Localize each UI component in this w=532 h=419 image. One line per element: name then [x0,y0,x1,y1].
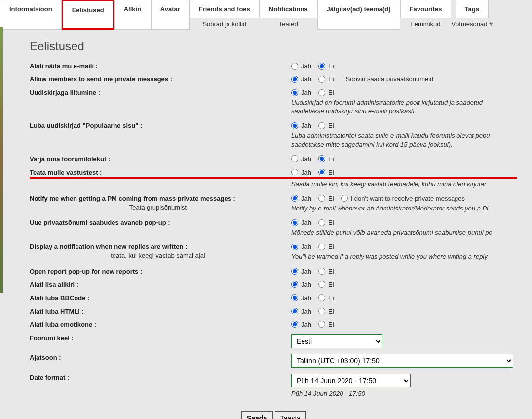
row-pm-popup: Uue privaatsõnumi saabudes avaneb pop-up… [30,219,517,237]
radio-newreply-yes[interactable] [291,244,298,250]
tab-favourites-sub: Lemmikud [411,18,441,30]
tabs-bar: Informatsioon Eelistused Allkiri Avatar … [0,0,532,30]
radio-popular-yes[interactable] [291,122,298,129]
tab-friends-foes-sub: Sõbrad ja kollid [202,18,246,30]
label-newsletter: Uudiskirjaga liitumine : [30,89,100,96]
radio-popular-no[interactable] [318,122,325,129]
radio-sig-yes[interactable] [291,281,298,288]
radio-replies-yes[interactable] [291,169,298,175]
radio-show-email-yes[interactable] [291,63,298,70]
save-button[interactable]: Saada [241,411,273,419]
radio-hide-yes[interactable] [291,155,298,162]
radio-popup-yes[interactable] [291,219,298,226]
row-new-reply-notif: Display a notification when new replies … [30,243,517,261]
radio-masspm-no[interactable] [318,195,325,202]
select-date-format[interactable]: Püh 14 Juun 2020 - 17:50 [291,374,411,387]
tab-tags-sub: Võtmesõnad # [451,18,493,30]
label-emot: Alati luba emotikone : [30,321,96,328]
label-notify-replies: Teata mulle vastustest : [30,169,102,176]
label-new-reply: Display a notification when new replies … [30,243,187,250]
allow-pm-note: Soovin saada privaatsõnumeid [346,75,434,83]
label-mass-pm-sub: Teata grupisõnumist [30,202,286,211]
radio-report-no[interactable] [318,268,325,275]
row-notify-replies: Teata mulle vastustest : Jah Ei [30,169,517,179]
row-popular: Luba uudiskirjad "Populaarne sisu" : Jah… [30,122,517,149]
select-language[interactable]: Eesti [291,334,382,348]
label-show-email: Alati näita mu e-maili : [30,62,98,70]
radio-allow-pm-yes[interactable] [291,76,298,83]
label-new-reply-sub: teata, kui keegi vastab samal ajal [30,250,286,259]
radio-allow-pm-no[interactable] [318,76,325,83]
desc-notify-replies: Saada mulle kiri, kui keegi vastab teema… [291,180,517,189]
row-attach-sig: Alati lisa allkiri : Jah Ei [30,281,517,288]
row-newsletter: Uudiskirjaga liitumine : Jah Ei Uudiskir… [30,89,517,116]
tab-signature[interactable]: Allkiri [114,0,151,30]
row-report-popup: Open report pop-up for new reports : Jah… [30,268,517,275]
label-popular: Luba uudiskirjad "Populaarne sisu" : [30,122,142,129]
label-sig: Alati lisa allkiri : [30,281,78,288]
radio-newsletter-yes[interactable] [291,89,298,96]
tab-notifications[interactable]: Notifications [260,0,317,18]
radio-show-email-no[interactable] [318,63,325,70]
label-date: Date format : [30,374,69,381]
label-bbcode: Alati luba BBCode : [30,294,89,302]
row-html: Alati luba HTMLi : Jah Ei [30,308,517,315]
radio-emot-no[interactable] [318,321,325,328]
radio-bbcode-no[interactable] [318,294,325,301]
tab-preferences[interactable]: Eelistused [62,0,114,30]
radio-html-yes[interactable] [291,308,298,314]
label-mass-pm: Notify me when getting a PM coming from … [30,195,235,202]
row-date-format: Date format : Püh 14 Juun 2020 - 17:50 P… [30,374,517,398]
row-timezone: Ajatsoon : Tallinn (UTC +03:00) 17:50 [30,354,517,368]
tab-friends-foes[interactable]: Friends and foes [190,0,260,18]
row-emoticons: Alati luba emotikone : Jah Ei [30,321,517,328]
row-bbcode: Alati luba BBCode : Jah Ei [30,294,517,302]
label-lang: Foorumi keel : [30,334,74,342]
radio-newsletter-no[interactable] [318,89,325,96]
label-report: Open report pop-up for new reports : [30,268,142,275]
radio-masspm-none[interactable] [341,195,348,202]
row-notify-replies-desc: Saada mulle kiri, kui keegi vastab teema… [30,180,517,189]
radio-masspm-yes[interactable] [291,195,298,202]
label-hide-presence: Varja oma foorumilolekut : [30,155,110,163]
reset-button[interactable]: Taasta [275,411,306,419]
page-title: Eelistused [30,39,517,53]
desc-popup: Mõnede stiilide puhul võib avaneda priva… [291,228,517,237]
radio-bbcode-yes[interactable] [291,294,298,301]
label-html: Alati luba HTMLi : [30,308,84,315]
row-hide-presence: Varja oma foorumilolekut : Jah Ei [30,155,517,163]
desc-newreply: You'll be warned if a reply was posted w… [291,252,517,261]
radio-hide-no[interactable] [318,155,325,162]
row-allow-pm: Allow members to send me private message… [30,75,517,83]
tab-followed-topics[interactable]: Jälgitav(ad) teema(d) [317,0,400,30]
label-pm-popup: Uue privaatsõnumi saabudes avaneb pop-up… [30,219,170,226]
tab-tags[interactable]: Tags [456,0,489,18]
row-language: Foorumi keel : Eesti [30,334,517,348]
desc-popular: Luba administraatoritel saata sulle e-ma… [291,131,517,149]
label-tz: Ajatsoon : [30,354,61,361]
radio-newreply-no[interactable] [318,244,325,250]
tab-info[interactable]: Informatsioon [0,0,62,30]
radio-emot-yes[interactable] [291,321,298,328]
desc-newsletter: Uudiskirjad on foorumi administraatorite… [291,98,517,116]
radio-report-yes[interactable] [291,268,298,275]
tab-notifications-sub: Teated [279,18,298,30]
radio-popup-no[interactable] [318,219,325,226]
radio-replies-no[interactable] [318,169,325,175]
row-show-email: Alati näita mu e-maili : Jah Ei [30,62,517,70]
desc-masspm: Notify by e-mail whenever an Administrat… [291,204,517,213]
radio-html-no[interactable] [318,308,325,314]
desc-date: Püh 14 Juun 2020 - 17:50 [291,389,517,398]
label-allow-pm: Allow members to send me private message… [30,75,172,83]
radio-sig-no[interactable] [318,281,325,288]
row-mass-pm: Notify me when getting a PM coming from … [30,195,517,213]
select-timezone[interactable]: Tallinn (UTC +03:00) 17:50 [291,354,513,368]
tab-avatar[interactable]: Avatar [151,0,190,30]
tab-favourites[interactable]: Favourites [400,0,452,18]
